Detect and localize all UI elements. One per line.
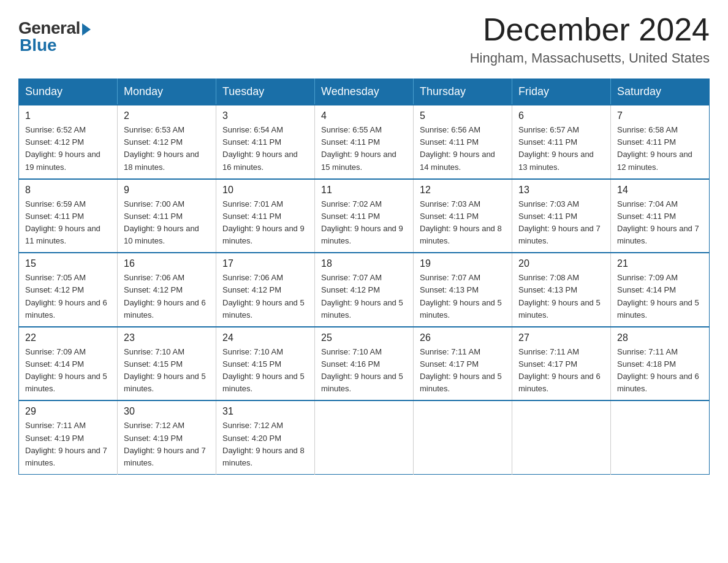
calendar-cell [315,400,414,474]
day-info: Sunrise: 6:54 AMSunset: 4:11 PMDaylight:… [222,124,308,174]
month-title: December 2024 [470,12,710,47]
calendar-header-wednesday: Wednesday [315,79,414,105]
day-info: Sunrise: 7:11 AMSunset: 4:18 PMDaylight:… [617,346,703,396]
day-info: Sunrise: 6:52 AMSunset: 4:12 PMDaylight:… [25,124,111,174]
day-info: Sunrise: 7:07 AMSunset: 4:12 PMDaylight:… [321,272,407,321]
calendar-cell: 12Sunrise: 7:03 AMSunset: 4:11 PMDayligh… [414,179,512,253]
day-info: Sunrise: 7:11 AMSunset: 4:17 PMDaylight:… [420,346,506,396]
calendar-cell: 29Sunrise: 7:11 AMSunset: 4:19 PMDayligh… [19,400,118,474]
day-info: Sunrise: 7:12 AMSunset: 4:20 PMDaylight:… [222,419,308,469]
calendar-cell [611,400,710,474]
day-info: Sunrise: 7:10 AMSunset: 4:15 PMDaylight:… [222,346,308,396]
calendar-cell: 2Sunrise: 6:53 AMSunset: 4:12 PMDaylight… [118,105,216,179]
day-info: Sunrise: 7:09 AMSunset: 4:14 PMDaylight:… [25,346,111,396]
day-info: Sunrise: 7:01 AMSunset: 4:11 PMDaylight:… [222,198,308,248]
calendar-cell: 25Sunrise: 7:10 AMSunset: 4:16 PMDayligh… [315,327,414,401]
calendar-cell: 30Sunrise: 7:12 AMSunset: 4:19 PMDayligh… [118,400,216,474]
day-info: Sunrise: 6:55 AMSunset: 4:11 PMDaylight:… [321,124,407,174]
calendar-cell: 19Sunrise: 7:07 AMSunset: 4:13 PMDayligh… [414,253,512,327]
calendar-table: SundayMondayTuesdayWednesdayThursdayFrid… [18,79,710,475]
logo-arrow-icon [82,23,91,36]
day-number: 9 [124,185,210,196]
calendar-cell: 21Sunrise: 7:09 AMSunset: 4:14 PMDayligh… [611,253,710,327]
calendar-cell: 28Sunrise: 7:11 AMSunset: 4:18 PMDayligh… [611,327,710,401]
calendar-cell: 4Sunrise: 6:55 AMSunset: 4:11 PMDaylight… [315,105,414,179]
day-info: Sunrise: 6:56 AMSunset: 4:11 PMDaylight:… [420,124,506,174]
day-number: 12 [420,185,506,196]
calendar-header-friday: Friday [512,79,611,105]
day-number: 11 [321,185,407,196]
calendar-cell: 15Sunrise: 7:05 AMSunset: 4:12 PMDayligh… [19,253,118,327]
day-info: Sunrise: 7:12 AMSunset: 4:19 PMDaylight:… [124,419,210,469]
day-number: 17 [222,258,308,269]
day-number: 22 [25,332,111,343]
day-number: 2 [124,110,210,121]
calendar-header-sunday: Sunday [19,79,118,105]
day-number: 25 [321,332,407,343]
day-info: Sunrise: 7:03 AMSunset: 4:11 PMDaylight:… [518,198,604,248]
day-number: 24 [222,332,308,343]
day-number: 7 [617,110,703,121]
day-number: 27 [518,332,604,343]
day-number: 15 [25,258,111,269]
calendar-cell: 22Sunrise: 7:09 AMSunset: 4:14 PMDayligh… [19,327,118,401]
calendar-cell: 3Sunrise: 6:54 AMSunset: 4:11 PMDaylight… [216,105,315,179]
day-number: 20 [518,258,604,269]
day-info: Sunrise: 6:53 AMSunset: 4:12 PMDaylight:… [124,124,210,174]
day-info: Sunrise: 7:10 AMSunset: 4:16 PMDaylight:… [321,346,407,396]
day-number: 26 [420,332,506,343]
day-number: 19 [420,258,506,269]
page-header: General Blue December 2024 Hingham, Mass… [18,12,710,66]
day-number: 13 [518,185,604,196]
calendar-header-row: SundayMondayTuesdayWednesdayThursdayFrid… [19,79,710,105]
day-number: 5 [420,110,506,121]
calendar-cell: 14Sunrise: 7:04 AMSunset: 4:11 PMDayligh… [611,179,710,253]
calendar-cell: 5Sunrise: 6:56 AMSunset: 4:11 PMDaylight… [414,105,512,179]
calendar-cell: 27Sunrise: 7:11 AMSunset: 4:17 PMDayligh… [512,327,611,401]
calendar-cell: 10Sunrise: 7:01 AMSunset: 4:11 PMDayligh… [216,179,315,253]
day-number: 18 [321,258,407,269]
day-info: Sunrise: 7:09 AMSunset: 4:14 PMDaylight:… [617,272,703,321]
calendar-cell: 26Sunrise: 7:11 AMSunset: 4:17 PMDayligh… [414,327,512,401]
location-subtitle: Hingham, Massachusetts, United States [470,50,710,66]
day-info: Sunrise: 7:06 AMSunset: 4:12 PMDaylight:… [222,272,308,321]
calendar-cell: 13Sunrise: 7:03 AMSunset: 4:11 PMDayligh… [512,179,611,253]
day-number: 8 [25,185,111,196]
calendar-header-tuesday: Tuesday [216,79,315,105]
calendar-week-row: 1Sunrise: 6:52 AMSunset: 4:12 PMDaylight… [19,105,710,179]
day-number: 23 [124,332,210,343]
day-info: Sunrise: 7:06 AMSunset: 4:12 PMDaylight:… [124,272,210,321]
calendar-week-row: 29Sunrise: 7:11 AMSunset: 4:19 PMDayligh… [19,400,710,474]
logo-blue-text: Blue [18,36,57,55]
day-number: 29 [25,406,111,417]
day-info: Sunrise: 7:00 AMSunset: 4:11 PMDaylight:… [124,198,210,248]
calendar-week-row: 22Sunrise: 7:09 AMSunset: 4:14 PMDayligh… [19,327,710,401]
day-number: 16 [124,258,210,269]
day-number: 4 [321,110,407,121]
day-number: 21 [617,258,703,269]
day-info: Sunrise: 7:02 AMSunset: 4:11 PMDaylight:… [321,198,407,248]
day-info: Sunrise: 7:08 AMSunset: 4:13 PMDaylight:… [518,272,604,321]
day-info: Sunrise: 6:58 AMSunset: 4:11 PMDaylight:… [617,124,703,174]
day-number: 10 [222,185,308,196]
day-info: Sunrise: 6:57 AMSunset: 4:11 PMDaylight:… [518,124,604,174]
day-number: 28 [617,332,703,343]
day-number: 6 [518,110,604,121]
calendar-header-monday: Monday [118,79,216,105]
title-block: December 2024 Hingham, Massachusetts, Un… [470,12,710,66]
day-info: Sunrise: 7:05 AMSunset: 4:12 PMDaylight:… [25,272,111,321]
day-info: Sunrise: 7:10 AMSunset: 4:15 PMDaylight:… [124,346,210,396]
day-number: 1 [25,110,111,121]
calendar-cell: 11Sunrise: 7:02 AMSunset: 4:11 PMDayligh… [315,179,414,253]
calendar-cell [512,400,611,474]
day-number: 14 [617,185,703,196]
calendar-cell: 23Sunrise: 7:10 AMSunset: 4:15 PMDayligh… [118,327,216,401]
day-info: Sunrise: 7:04 AMSunset: 4:11 PMDaylight:… [617,198,703,248]
calendar-cell: 20Sunrise: 7:08 AMSunset: 4:13 PMDayligh… [512,253,611,327]
calendar-cell: 31Sunrise: 7:12 AMSunset: 4:20 PMDayligh… [216,400,315,474]
day-number: 30 [124,406,210,417]
calendar-cell: 18Sunrise: 7:07 AMSunset: 4:12 PMDayligh… [315,253,414,327]
calendar-cell: 17Sunrise: 7:06 AMSunset: 4:12 PMDayligh… [216,253,315,327]
calendar-cell: 8Sunrise: 6:59 AMSunset: 4:11 PMDaylight… [19,179,118,253]
calendar-cell: 7Sunrise: 6:58 AMSunset: 4:11 PMDaylight… [611,105,710,179]
